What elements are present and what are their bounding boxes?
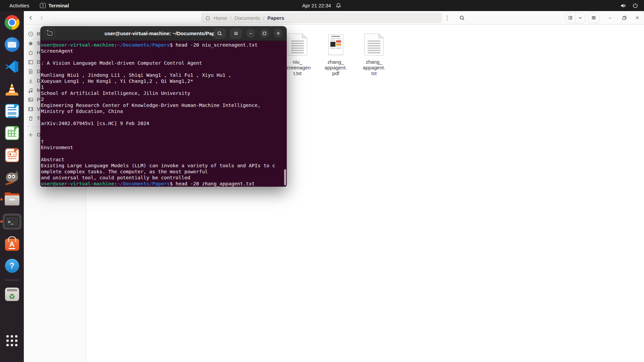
dock-item-vlc[interactable] [3,81,21,97]
terminal-search-button[interactable] [214,28,225,39]
terminal-line: 1 [41,84,287,90]
dock-item-help[interactable]: ? [3,258,21,274]
film-icon [28,106,34,112]
system-status-area[interactable] [620,0,644,11]
dock-item-libreoffice-impress[interactable] [3,147,21,163]
terminal-menu-button[interactable] [230,28,241,39]
pdf-thumbnail-icon [328,34,343,55]
focused-app-indicator[interactable]: Terminal [40,3,69,8]
terminal-line [41,54,287,60]
home-icon [205,15,211,21]
dock-item-libreoffice-calc[interactable] [3,125,21,141]
breadcrumb-current[interactable]: Papers [267,15,284,21]
terminal-line: 2 [41,96,287,102]
files-close-button[interactable]: × [633,13,642,22]
dock-item-gimp[interactable] [3,169,21,185]
dock-item-thunderbird[interactable] [3,37,21,53]
ubuntu-dock: >_ A ? ♻ [0,11,24,362]
files-header-bar: Home / Documents / Papers ⋮ − [24,11,644,24]
terminal-line: Ministry of Education, China [41,108,287,114]
terminal-icon: >_ [5,216,19,227]
path-menu-kebab-icon[interactable]: ⋮ [442,13,452,22]
libreoffice-impress-icon [5,148,19,162]
terminal-line: School of Artificial Intelligence, Jilin… [41,90,287,96]
terminal-line [41,132,287,138]
volume-icon [620,2,627,9]
file-item-zhang_appagent.txt[interactable]: zhang_ appagent. txt [356,32,392,76]
show-apps-grid-icon [6,335,17,346]
activities-button[interactable]: Activities [7,2,31,9]
files-restore-button[interactable] [620,13,629,22]
file-grid: niu_ screenagen t.txtzhang_ appagent. pd… [280,32,392,76]
terminal-scrollbar[interactable] [284,169,286,185]
maximize-window-icon [263,32,266,35]
terminal-app-icon [40,3,46,8]
terminal-close-button[interactable]: × [274,29,283,38]
terminal-screen[interactable]: user@user-virtual-machine:~/Documents/Pa… [40,41,287,187]
files-minimize-button[interactable]: − [606,13,614,22]
thunderbird-icon [5,37,19,52]
dock-item-ubuntu-software[interactable]: A [3,236,21,252]
running-indicator [0,221,3,223]
terminal-minimize-button[interactable]: − [246,29,255,38]
view-options-button[interactable] [576,13,585,23]
search-icon [217,31,222,36]
breadcrumb[interactable]: Home / Documents / Papers [201,13,441,23]
music-icon [28,87,34,93]
hamburger-icon [591,15,596,20]
document-icon [28,69,34,74]
clock-icon [28,31,34,37]
text-file-icon [364,34,384,56]
new-tab-button[interactable] [45,28,55,39]
notification-bell-icon [335,2,342,9]
search-button[interactable] [457,12,467,23]
dock-item-terminal[interactable]: >_ [3,214,21,230]
chrome-icon [5,15,19,30]
terminal-line: Engineering Research Center of Knowledge… [41,102,287,108]
back-button[interactable] [26,13,36,23]
file-name-label: zhang_ appagent. pdf [325,59,347,76]
file-item-zhang_appagent.pdf[interactable]: zhang_ appagent. pdf [318,32,354,76]
terminal-title-bar[interactable]: user@user-virtual-machine: ~/Documents/P… [40,26,287,41]
terminal-line: Runliang Niu1 , Jindong Li1 , Shiqi Wang… [41,72,287,78]
terminal-line: and universal tool, could potentially be… [41,175,287,181]
terminal-line [41,126,287,132]
file-name-label: zhang_ appagent. txt [363,59,385,76]
view-toggle-split-button [565,12,585,23]
main-menu-button[interactable] [588,12,599,23]
terminal-maximize-button[interactable] [260,29,269,38]
file-name-label: niu_ screenagen t.txt [284,59,311,76]
vlc-icon [5,81,19,96]
dock-item-libreoffice-writer[interactable] [3,103,21,119]
dock-separator [5,280,19,280]
terminal-line: † [41,138,287,144]
libreoffice-writer-icon [5,104,19,118]
breadcrumb-home[interactable]: Home [214,15,227,21]
terminal-line: user@user-virtual-machine:~/Documents/Pa… [41,181,287,187]
terminal-line: user@user-virtual-machine:~/Documents/Pa… [41,42,287,48]
terminal-output: user@user-virtual-machine:~/Documents/Pa… [41,42,287,187]
terminal-title: user@user-virtual-machine: ~/Documents/P… [105,31,223,36]
dock-item-vscode[interactable] [3,59,21,75]
list-view-button[interactable] [566,13,576,23]
terminal-line: ScreenAgent [41,48,287,54]
forward-button[interactable] [37,13,47,23]
terminal-line: Existing Large Language Models (LLM) can… [41,163,287,169]
dock-item-chrome[interactable] [3,14,21,31]
show-apps-button[interactable] [3,333,21,349]
libreoffice-calc-icon [5,126,19,140]
dock-item-files[interactable] [3,191,21,207]
gnome-top-bar: Activities Terminal Apr 21 22:34 [0,0,644,11]
list-view-icon [568,15,573,20]
download-icon [28,78,34,84]
vscode-icon [5,59,19,74]
desktop-icon [28,59,34,65]
terminal-line: omplete complex tasks. The computer, as … [41,169,287,175]
clock[interactable]: Apr 21 22:34 [302,3,331,8]
text-file-icon [288,34,307,56]
breadcrumb-documents[interactable]: Documents [234,15,260,21]
gimp-icon [5,171,19,184]
new-tab-icon [48,32,52,36]
chevron-down-icon [578,15,583,20]
dock-item-trash[interactable]: ♻ [3,286,21,302]
